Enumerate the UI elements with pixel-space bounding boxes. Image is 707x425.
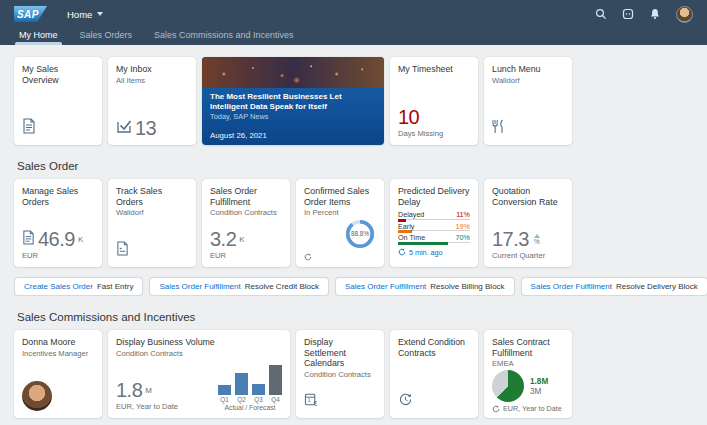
tile-title: Track Sales Orders <box>116 186 188 207</box>
refresh-indicator[interactable] <box>304 253 312 261</box>
tile-display-settlement-calendars[interactable]: Display Settlement Calendars Condition C… <box>296 330 384 418</box>
news-body: The Most Resilient Businesses Let Intell… <box>202 88 384 145</box>
launchpad-content: My Sales Overview My Inbox All Items 13 … <box>0 45 707 418</box>
my-home-tile-row: My Sales Overview My Inbox All Items 13 … <box>14 57 707 145</box>
link-tile-resolve-delivery-block[interactable]: Sales Order FulfillmentResolve Delivery … <box>521 277 707 296</box>
tile-title: Predicted Delivery Delay <box>398 186 470 207</box>
shell-home-menu[interactable]: Home <box>67 9 103 20</box>
delay-row-early: Early19% <box>398 223 470 232</box>
refresh-timestamp-label: 5 min. ago <box>409 248 443 257</box>
tab-sales-orders[interactable]: Sales Orders <box>69 30 144 45</box>
quarterly-bar-chart: Q1Q2Q3Q4 Actual / Forecast <box>218 362 282 411</box>
shell-home-label: Home <box>67 9 92 20</box>
tile-sales-order-fulfillment[interactable]: Sales Order Fulfillment Condition Contra… <box>202 179 290 267</box>
sap-logo[interactable]: SAP <box>14 6 47 22</box>
notifications-bell-icon[interactable] <box>649 8 661 20</box>
contract-unit-label: EUR, Year to Date <box>503 404 562 413</box>
delay-row-label: Delayed <box>398 211 424 219</box>
news-headline: The Most Resilient Businesses Let Intell… <box>210 92 376 111</box>
tab-sales-commissions-and-incentives[interactable]: Sales Commissions and Incentives <box>143 30 305 45</box>
sales-order-link-tiles: Create Sales OrderFast EntrySales Order … <box>14 277 707 296</box>
link-tile-resolve-credit-block[interactable]: Sales Order FulfillmentResolve Credit Bl… <box>149 277 329 296</box>
bar-q4 <box>269 365 282 395</box>
bar-label-q1: Q1 <box>218 396 231 403</box>
contact-avatar-photo <box>22 381 52 411</box>
delay-row-label: On Time <box>398 234 425 242</box>
link-label-text: Fast Entry <box>97 282 133 291</box>
volume-unit: EUR, Year to Date <box>116 402 178 411</box>
volume-scale: M <box>145 386 152 395</box>
delay-row-value: 19% <box>456 223 470 231</box>
contract-actual-value: 1.8M <box>530 377 548 386</box>
timesheet-days-missing-value: 10 <box>398 107 470 127</box>
tile-my-sales-overview[interactable]: My Sales Overview <box>14 57 102 145</box>
bar-chart-labels: Q1Q2Q3Q4 <box>218 396 282 403</box>
tile-extend-condition-contracts[interactable]: Extend Condition Contracts <box>390 330 478 418</box>
manage-orders-scale: K <box>78 235 83 244</box>
meal-fork-knife-icon <box>492 119 564 138</box>
news-date: August 26, 2021 <box>210 131 376 140</box>
contract-refresh-unit[interactable]: EUR, Year to Date <box>492 404 564 413</box>
tile-sales-contract-fulfillment[interactable]: Sales Contract Fulfillment EMEA 1.8M 3M … <box>484 330 572 418</box>
link-label-text: Resolve Credit Block <box>245 282 319 291</box>
delay-row-value: 11% <box>456 211 470 219</box>
link-label-text: Resolve Delivery Block <box>616 282 698 291</box>
sales-order-doc-icon <box>22 230 35 249</box>
tile-title: Manage Sales Orders <box>22 186 94 207</box>
tile-track-sales-orders[interactable]: Track Sales Orders Walldorf <box>108 179 196 267</box>
tile-title: Confirmed Sales Order Items <box>304 186 376 207</box>
contract-target-value: 3M <box>530 387 548 396</box>
tile-title: My Sales Overview <box>22 64 94 85</box>
section-title-sales-order: Sales Order <box>17 160 707 172</box>
tile-subtitle: Walldorf <box>116 208 188 217</box>
settlement-calendar-euro-icon: 1€ <box>304 392 376 411</box>
fulfillment-value: 3.2 <box>210 229 236 249</box>
tile-lunch-menu[interactable]: Lunch Menu Walldorf <box>484 57 572 145</box>
tile-my-timesheet[interactable]: My Timesheet 10 Days Missing <box>390 57 478 145</box>
inbox-count: 13 <box>135 118 156 138</box>
user-avatar[interactable] <box>676 6 693 23</box>
svg-text:1: 1 <box>308 397 311 403</box>
news-image <box>202 57 384 88</box>
bar-q1 <box>218 385 231 395</box>
link-action-text[interactable]: Sales Order Fulfillment <box>345 282 426 291</box>
tile-news-feed[interactable]: The Most Resilient Businesses Let Intell… <box>202 57 384 145</box>
tile-title: Display Settlement Calendars <box>304 337 376 369</box>
tile-manage-sales-orders[interactable]: Manage Sales Orders 46.9 K EUR <box>14 179 102 267</box>
tab-my-home[interactable]: My Home <box>8 30 69 45</box>
tile-quotation-conversion-rate[interactable]: Quotation Conversion Rate 17.3 % Current… <box>484 179 572 267</box>
link-action-text[interactable]: Sales Order Fulfillment <box>159 282 240 291</box>
sales-document-icon <box>22 118 94 138</box>
contract-pie-chart-row: 1.8M 3M <box>492 370 564 402</box>
bar-label-q4: Q4 <box>269 396 282 403</box>
bar-label-q2: Q2 <box>235 396 248 403</box>
tile-subtitle: Condition Contracts <box>304 370 376 379</box>
tile-title: Lunch Menu <box>492 64 564 75</box>
chevron-down-icon <box>97 12 103 16</box>
link-action-text[interactable]: Create Sales Order <box>24 282 93 291</box>
shell-bar: SAP Home <box>0 0 707 28</box>
tile-predicted-delivery-delay[interactable]: Predicted Delivery Delay Delayed11%Early… <box>390 179 478 267</box>
link-tile-resolve-billing-block[interactable]: Sales Order FulfillmentResolve Billing B… <box>335 277 515 296</box>
sales-order-tile-row: Manage Sales Orders 46.9 K EUR Track Sal… <box>14 179 707 267</box>
shell-actions <box>595 6 693 23</box>
delay-comparison-chart: Delayed11%Early19%On Time70% <box>398 211 470 246</box>
delay-row-label: Early <box>398 223 414 231</box>
tile-subtitle: Walldorf <box>492 76 564 85</box>
radial-percent-label: 88.8% <box>351 230 369 237</box>
tile-contact-donna-moore[interactable]: Donna Moore Incentives Manager <box>14 330 102 418</box>
tile-my-inbox[interactable]: My Inbox All Items 13 <box>108 57 196 145</box>
search-icon[interactable] <box>595 8 607 20</box>
delay-row-value: 70% <box>456 234 470 242</box>
quotation-rate-value: 17.3 <box>492 229 529 249</box>
radial-percent-chart: 88.8% <box>344 218 376 254</box>
tile-title: My Timesheet <box>398 64 470 75</box>
link-action-text[interactable]: Sales Order Fulfillment <box>531 282 612 291</box>
link-tile-fast-entry[interactable]: Create Sales OrderFast Entry <box>14 277 143 296</box>
refresh-timestamp[interactable]: 5 min. ago <box>398 248 470 257</box>
fulfillment-unit: EUR <box>210 251 282 260</box>
tile-confirmed-sales-order-items[interactable]: Confirmed Sales Order Items In Percent 8… <box>296 179 384 267</box>
tile-subtitle: All Items <box>116 76 188 85</box>
copilot-icon[interactable] <box>622 8 634 20</box>
tile-display-business-volume[interactable]: Display Business Volume Condition Contra… <box>108 330 290 418</box>
